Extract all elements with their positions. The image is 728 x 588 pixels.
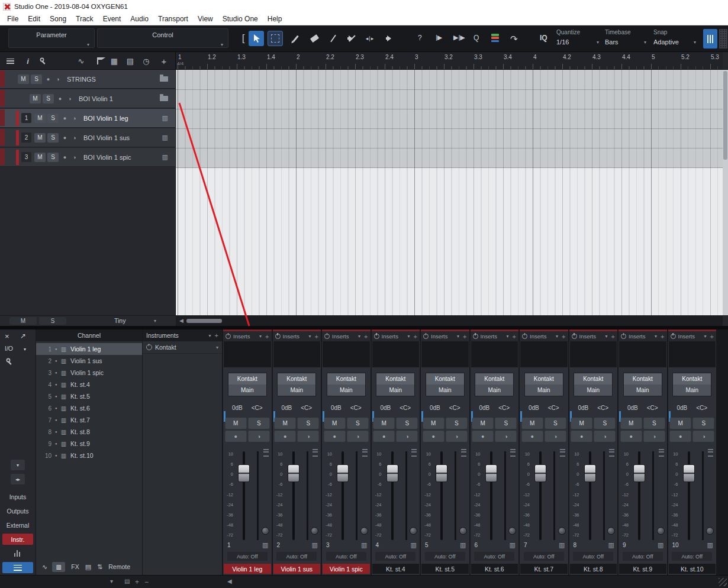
solo-button[interactable]: S [31, 75, 42, 84]
volume-fader[interactable] [589, 451, 591, 540]
solo-button[interactable]: S [643, 418, 665, 429]
device-output[interactable]: Main [426, 385, 464, 396]
pan-value[interactable]: <C> [449, 405, 460, 411]
channel-name[interactable]: Violin 1 leg [224, 564, 271, 574]
add-insert-button[interactable]: + [710, 333, 714, 340]
solo-button[interactable]: S [47, 133, 59, 143]
pan-value[interactable]: <C> [647, 405, 658, 411]
monitor-button[interactable]: ◑ [70, 133, 79, 143]
instrument-track-row[interactable]: 3MS●◑BOI Violin 1 spic▥ [0, 148, 175, 167]
mute-button[interactable]: M [521, 418, 543, 429]
power-icon[interactable] [146, 344, 152, 350]
volume-fader[interactable] [539, 451, 542, 540]
pan-value[interactable]: <C> [696, 405, 707, 411]
keyboard-icon[interactable]: ▥ [707, 541, 713, 549]
monitor-button[interactable]: ◑ [53, 75, 62, 84]
paint-tool-button[interactable] [326, 31, 341, 46]
power-icon[interactable] [671, 334, 676, 339]
monitor-button[interactable]: ◑ [298, 431, 319, 442]
device-output[interactable]: Main [574, 385, 612, 396]
marker-flag-icon[interactable] [92, 56, 103, 66]
power-icon[interactable] [324, 334, 330, 339]
arrange-grid[interactable] [176, 70, 723, 315]
monitor-button[interactable]: ◑ [495, 431, 517, 442]
fader-handle[interactable] [337, 464, 349, 482]
folder-icon[interactable] [160, 76, 168, 82]
pan-knob[interactable] [262, 527, 269, 535]
quantize-dropdown[interactable]: Quantize 1/16▾ [556, 29, 599, 46]
add-instrument-button[interactable]: + [215, 332, 218, 339]
solo-button[interactable]: S [248, 418, 269, 429]
chevron-down-icon[interactable]: ▾ [154, 318, 156, 324]
channel-list-row[interactable]: 9●▥Kt. st.9 [36, 438, 142, 450]
automation-mode-button[interactable]: Auto: Off [276, 552, 317, 561]
eraser-tool-button[interactable] [307, 31, 322, 46]
device-output[interactable]: Main [376, 385, 414, 396]
volume-fader[interactable] [292, 451, 295, 540]
instrument-output-box[interactable]: Kontakt Main [672, 373, 711, 396]
channel-name[interactable]: Kt. st.5 [421, 564, 469, 574]
console-toggle-button[interactable] [703, 29, 717, 49]
pan-value[interactable]: <C> [400, 405, 411, 411]
pan-value[interactable]: <C> [548, 405, 559, 411]
remove-channel-button[interactable]: − [144, 578, 149, 586]
timebase-dropdown[interactable]: Timebase Bars▾ [605, 29, 646, 46]
keyboard-icon[interactable]: ▥ [162, 134, 168, 141]
close-icon[interactable]: × [5, 332, 9, 341]
mute-button[interactable]: M [275, 418, 296, 429]
pan-knob[interactable] [311, 527, 318, 535]
instrument-output-box[interactable]: Kontakt Main [277, 373, 316, 396]
keyboard-icon[interactable]: ▥ [262, 541, 268, 549]
instrument-output-box[interactable]: Kontakt Main [228, 373, 267, 396]
device-name[interactable]: Kontakt [376, 373, 414, 385]
chevron-down-icon[interactable]: ▾ [556, 334, 558, 339]
chevron-down-icon[interactable]: ▾ [209, 333, 211, 338]
mute-button[interactable]: M [571, 418, 592, 429]
pan-value[interactable]: <C> [252, 405, 263, 411]
mute-button[interactable]: M [670, 418, 691, 429]
device-name[interactable]: Kontakt [574, 373, 612, 385]
listen-tool-button[interactable] [382, 31, 397, 46]
console-nav-inputs[interactable]: Inputs [2, 491, 33, 502]
channel-list-row[interactable]: 5●▥Kt. st.5 [36, 390, 142, 402]
add-insert-button[interactable]: + [661, 333, 664, 340]
instrument-output-box[interactable]: Kontakt Main [475, 373, 514, 396]
menu-item-event[interactable]: Event [98, 14, 126, 24]
folder-track-row[interactable]: MS●◑BOI Violin 1 [0, 89, 175, 108]
pencil-tool-button[interactable] [288, 31, 303, 46]
solo-button[interactable]: S [298, 418, 319, 429]
range-tool-button[interactable] [268, 31, 283, 46]
menu-item-help[interactable]: Help [263, 14, 287, 24]
keyboard-icon[interactable]: ▥ [460, 541, 466, 549]
tools-wrench-icon[interactable] [38, 56, 49, 66]
chevron-down-icon[interactable]: ▾ [221, 42, 223, 47]
chevron-down-icon[interactable]: ▾ [24, 347, 26, 352]
channel-list-row[interactable]: 2●▥Violin 1 sus [36, 355, 142, 367]
automation-mode-button[interactable]: Auto: Off [623, 552, 663, 561]
pan-value[interactable]: <C> [350, 405, 362, 411]
device-name[interactable]: Kontakt [673, 373, 711, 385]
automation-mode-button[interactable]: Auto: Off [227, 552, 268, 561]
automation-mode-button[interactable]: Auto: Off [375, 552, 415, 561]
pan-value[interactable]: <C> [498, 405, 510, 411]
inserts-list[interactable] [273, 341, 321, 367]
scroll-left-icon[interactable]: ◀ [179, 318, 183, 324]
console-nav-instr[interactable]: Instr. [2, 534, 33, 545]
keyboard-icon[interactable]: ▥ [559, 541, 565, 549]
chevron-down-icon[interactable]: ▾ [655, 334, 657, 339]
device-name[interactable]: Kontakt [475, 373, 513, 385]
power-icon[interactable] [226, 334, 231, 339]
channel-active-dot[interactable]: ● [55, 359, 57, 363]
add-insert-button[interactable]: + [414, 333, 417, 340]
power-icon[interactable] [473, 334, 478, 339]
autopunch-icon[interactable]: ▶|▶ [453, 34, 465, 41]
monitor-button[interactable]: ◑ [693, 431, 714, 442]
solo-button[interactable]: S [397, 418, 418, 429]
mute-button[interactable]: M [423, 418, 444, 429]
gain-value[interactable]: 0dB [578, 405, 588, 411]
record-arm-button[interactable]: ● [60, 153, 69, 162]
menu-item-track[interactable]: Track [71, 14, 98, 24]
channel-active-dot[interactable]: ● [55, 442, 57, 445]
volume-fader[interactable] [440, 451, 443, 540]
chevron-down-icon[interactable]: ▾ [644, 40, 646, 45]
